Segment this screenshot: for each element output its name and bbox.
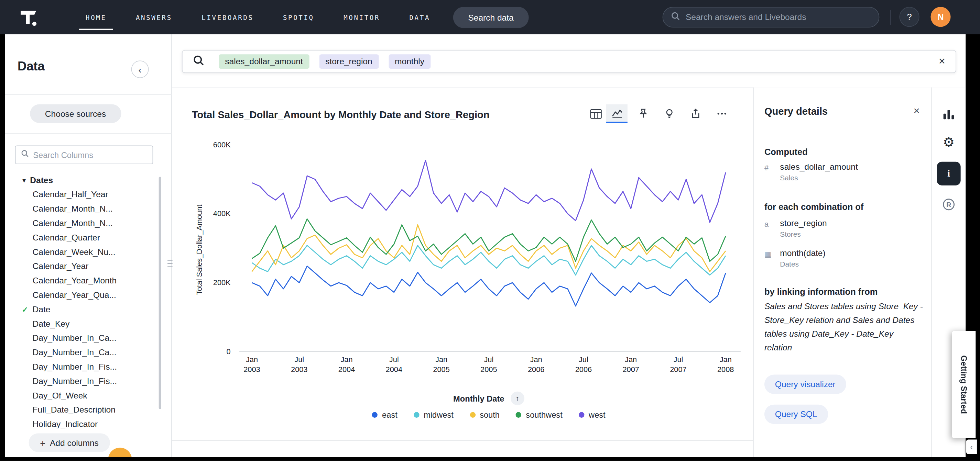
content-area: Data ‹ Choose sources ▾ Dates Calendar_H… (5, 34, 966, 457)
column-item[interactable]: Calendar_Week_Nu... (5, 245, 161, 259)
share-icon[interactable] (685, 105, 706, 123)
svg-text:Total Sales_Dollar_Amount: Total Sales_Dollar_Amount (195, 205, 204, 295)
query-details-title: Query details (764, 106, 828, 117)
r-analysis-icon[interactable]: R (941, 197, 956, 212)
legend-label: west (589, 410, 606, 420)
svg-text:2003: 2003 (243, 365, 260, 374)
nav-item-spotiq[interactable]: SPOTIQ (283, 0, 314, 34)
sidebar-collapse-button[interactable]: ‹ (131, 60, 149, 78)
tree-group-dates[interactable]: ▾ Dates (5, 173, 161, 187)
table-view-icon[interactable] (585, 105, 606, 123)
svg-text:600K: 600K (213, 141, 231, 149)
column-label: Date (33, 305, 51, 314)
column-item[interactable]: Full_Date_Description (5, 402, 161, 417)
linking-text: Sales and Stores tables using Store_Key … (764, 299, 923, 355)
column-item[interactable]: Calendar_Month_N... (5, 202, 161, 216)
search-icon (192, 54, 205, 69)
thoughtspot-logo-icon[interactable] (19, 8, 39, 27)
column-item[interactable]: Calendar_Month_N... (5, 216, 161, 230)
column-label: Full_Date_Description (33, 406, 116, 415)
legend-item-west[interactable]: west (579, 410, 606, 420)
insights-lightbulb-icon[interactable] (659, 105, 680, 123)
query-column-texts: month(date)Dates (780, 249, 825, 278)
more-options-icon[interactable] (711, 105, 732, 123)
nav-divider (890, 10, 891, 25)
legend-item-midwest[interactable]: midwest (414, 410, 453, 420)
choose-sources-button[interactable]: Choose sources (30, 105, 121, 123)
svg-text:2004: 2004 (386, 365, 402, 374)
legend-label: midwest (424, 410, 453, 420)
legend-item-south[interactable]: south (470, 410, 500, 420)
column-item[interactable]: Calendar_Half_Year (5, 187, 161, 202)
chart-config-icon[interactable] (942, 108, 956, 121)
attribute-icon: a (764, 219, 774, 249)
add-columns-button[interactable]: + Add columns (29, 433, 110, 452)
legend-dot (414, 412, 419, 418)
sidebar-footer: + Add columns (5, 428, 171, 457)
column-item[interactable]: ✓Date (5, 302, 161, 317)
column-item[interactable]: Calendar_Year (5, 259, 161, 273)
column-list: Calendar_Half_YearCalendar_Month_N...Cal… (5, 187, 161, 445)
query-sql-button[interactable]: Query SQL (764, 405, 828, 424)
getting-started-tab[interactable]: Getting Started (952, 331, 975, 438)
global-search-input[interactable] (686, 13, 871, 22)
avatar[interactable]: N (931, 7, 950, 27)
svg-text:400K: 400K (213, 209, 231, 218)
column-item[interactable]: Day_Number_In_Ca... (5, 331, 161, 345)
collapse-panel-chevron-icon[interactable]: ‹ (966, 440, 977, 454)
nav-item-monitor[interactable]: MONITOR (344, 0, 380, 34)
search-icon (21, 149, 29, 160)
info-icon[interactable]: i (937, 162, 961, 185)
query-visualizer-button[interactable]: Query visualizer (764, 375, 846, 394)
sort-ascending-icon[interactable]: ↑ (511, 391, 524, 406)
query-column-name: store_region (780, 219, 827, 228)
legend-item-east[interactable]: east (372, 410, 398, 420)
column-label: Date_Key (33, 319, 70, 328)
column-item[interactable]: Date_Key (5, 317, 161, 331)
column-item[interactable]: Day_Number_In_Ca... (5, 345, 161, 360)
settings-gear-icon[interactable]: ⚙ (943, 135, 955, 150)
column-item[interactable]: Calendar_Year_Month (5, 273, 161, 288)
svg-text:Jul: Jul (294, 355, 304, 364)
svg-text:Jul: Jul (389, 355, 399, 364)
column-search-input[interactable] (33, 150, 148, 159)
search-data-button[interactable]: Search data (453, 7, 529, 28)
caret-down-icon: ▾ (22, 177, 25, 184)
nav-item-liveboards[interactable]: LIVEBOARDS (202, 0, 253, 34)
calendar-icon: ▦ (764, 249, 774, 278)
column-label: Calendar_Year_Qua... (33, 290, 116, 299)
nav-item-home[interactable]: HOME (86, 0, 107, 34)
column-item[interactable]: Calendar_Quarter (5, 230, 161, 245)
column-item[interactable]: Day_Number_In_Fis... (5, 360, 161, 374)
legend-item-southwest[interactable]: southwest (516, 410, 562, 420)
nav-item-answers[interactable]: ANSWERS (136, 0, 172, 34)
sidebar-resize-handle[interactable] (167, 258, 173, 269)
measure-hash-icon: # (764, 163, 774, 192)
nav-item-data[interactable]: DATA (409, 0, 430, 34)
column-item[interactable]: Day_Number_In_Fis... (5, 374, 161, 388)
line-chart[interactable]: 0200K400K600KTotal Sales_Dollar_AmountJa… (177, 131, 752, 381)
column-label: Calendar_Quarter (33, 233, 100, 242)
query-column-source: Sales (780, 174, 858, 182)
column-item[interactable]: Day_Of_Week (5, 388, 161, 403)
svg-text:2006: 2006 (528, 365, 545, 374)
pin-icon[interactable] (632, 105, 654, 123)
legend-dot (372, 412, 377, 418)
column-item[interactable]: Calendar_Year_Qua... (5, 288, 161, 302)
search-token-attribute[interactable]: store_region (319, 54, 379, 69)
query-column-texts: sales_dollar_amountSales (780, 163, 858, 192)
answer-toolbar (585, 105, 732, 123)
svg-text:2003: 2003 (291, 365, 308, 374)
sidebar-scrollbar[interactable] (159, 177, 161, 409)
legend-dot (579, 412, 584, 418)
search-bar: sales_dollar_amountstore_regionmonthly ✕ (182, 50, 956, 73)
divider (5, 133, 172, 134)
help-button[interactable]: ? (899, 7, 920, 27)
chart-view-icon[interactable] (606, 105, 628, 123)
svg-text:2005: 2005 (480, 365, 497, 374)
search-token-measure[interactable]: sales_dollar_amount (219, 54, 309, 69)
search-icon (671, 11, 681, 23)
search-token-keyword[interactable]: monthly (388, 54, 431, 69)
close-icon[interactable]: ✕ (939, 56, 946, 66)
close-icon[interactable]: ✕ (913, 106, 920, 116)
